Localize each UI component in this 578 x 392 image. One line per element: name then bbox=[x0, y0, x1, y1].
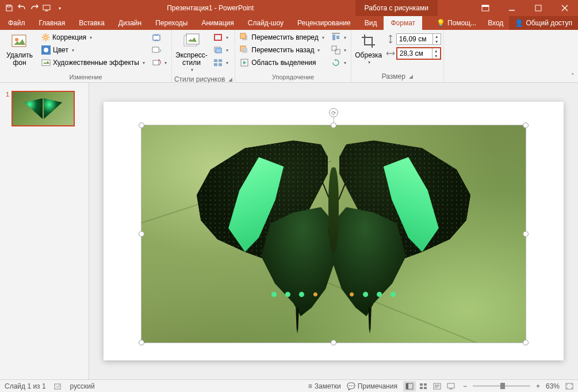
svg-rect-23 bbox=[240, 33, 246, 39]
title-bar: ▾ Презентация1 - PowerPoint Работа с рис… bbox=[0, 0, 578, 16]
resize-handle-tl[interactable] bbox=[139, 122, 144, 128]
spellcheck-button[interactable] bbox=[54, 382, 62, 390]
selection-pane-icon bbox=[240, 58, 249, 67]
selected-picture[interactable]: ⟳ bbox=[141, 125, 526, 343]
slide-counter[interactable]: Слайд 1 из 1 bbox=[5, 382, 46, 390]
tab-view[interactable]: Вид bbox=[358, 16, 384, 30]
width-input[interactable]: 28,3 см ▲▼ bbox=[396, 47, 441, 60]
zoom-in-button[interactable]: + bbox=[536, 382, 540, 390]
svg-rect-19 bbox=[219, 59, 222, 62]
align-icon bbox=[331, 33, 340, 42]
crop-button[interactable]: Обрезка▾ bbox=[354, 31, 384, 67]
slide-canvas[interactable]: ⟳ bbox=[104, 102, 564, 360]
minimize-button[interactable] bbox=[499, 0, 525, 16]
picture-border-button[interactable]: ▾ bbox=[211, 31, 231, 44]
chevron-down-icon: ▾ bbox=[344, 60, 346, 66]
bring-forward-button[interactable]: Переместить вперед▾ bbox=[238, 31, 326, 44]
ribbon-display-button[interactable] bbox=[472, 0, 499, 16]
width-icon bbox=[386, 49, 395, 58]
rotate-icon bbox=[331, 58, 340, 67]
tab-format[interactable]: Формат bbox=[384, 16, 422, 30]
corrections-button[interactable]: 🔆Коррекция▾ bbox=[39, 31, 147, 44]
slide-thumbnail[interactable] bbox=[12, 91, 75, 126]
change-picture-button[interactable] bbox=[150, 44, 169, 56]
reset-picture-button[interactable]: ▾ bbox=[150, 56, 169, 69]
send-backward-button[interactable]: Переместить назад▾ bbox=[238, 44, 326, 56]
resize-handle-br[interactable] bbox=[523, 340, 529, 345]
slideshow-view-button[interactable] bbox=[445, 381, 457, 391]
contextual-tab-title: Работа с рисунками bbox=[355, 0, 438, 16]
dialog-launcher-size[interactable]: ◢ bbox=[409, 74, 413, 79]
redo-button[interactable] bbox=[29, 2, 40, 14]
picture-effects-button[interactable]: ▾ bbox=[211, 44, 231, 56]
tab-insert[interactable]: Вставка bbox=[72, 16, 112, 30]
close-button[interactable] bbox=[552, 0, 578, 16]
resize-handle-ml[interactable] bbox=[139, 231, 144, 237]
zoom-slider[interactable] bbox=[473, 385, 530, 387]
artistic-effects-button[interactable]: Художественные эффекты▾ bbox=[39, 56, 147, 69]
tab-transitions[interactable]: Переходы bbox=[148, 16, 194, 30]
resize-handle-tr[interactable] bbox=[523, 122, 529, 128]
picture-layout-button[interactable]: ▾ bbox=[211, 56, 231, 69]
tab-design[interactable]: Дизайн bbox=[112, 16, 148, 30]
save-button[interactable] bbox=[3, 2, 15, 14]
slide-thumbnail-panel[interactable]: 1 bbox=[0, 83, 89, 379]
rotate-button[interactable]: ▾ bbox=[329, 56, 349, 69]
qat-customize-button[interactable]: ▾ bbox=[54, 2, 66, 14]
dialog-launcher-styles[interactable]: ◢ bbox=[228, 76, 232, 82]
spin-down[interactable]: ▼ bbox=[432, 53, 440, 59]
fit-to-window-button[interactable] bbox=[565, 383, 573, 390]
bulb-icon: 💡 bbox=[437, 19, 445, 27]
group-label-size: Размер bbox=[382, 72, 405, 80]
svg-rect-39 bbox=[447, 383, 454, 388]
spin-up[interactable]: ▲ bbox=[432, 48, 440, 53]
language-button[interactable]: русский bbox=[70, 382, 95, 390]
rotation-handle[interactable]: ⟳ bbox=[329, 108, 338, 117]
compress-pictures-button[interactable] bbox=[150, 31, 169, 44]
normal-view-button[interactable] bbox=[403, 381, 416, 391]
spin-down[interactable]: ▼ bbox=[433, 39, 441, 44]
group-objects-button[interactable]: ▾ bbox=[329, 44, 349, 56]
reading-view-button[interactable] bbox=[431, 381, 443, 391]
svg-rect-15 bbox=[215, 34, 221, 40]
svg-rect-9 bbox=[42, 60, 50, 66]
share-button[interactable]: 👤Общий доступ bbox=[509, 16, 578, 30]
maximize-button[interactable] bbox=[525, 0, 552, 16]
picture-styles-button[interactable]: Экспресс-стили▾ bbox=[174, 31, 209, 74]
thumbnail-1[interactable]: 1 bbox=[6, 91, 83, 126]
remove-background-button[interactable]: Удалить фон bbox=[2, 31, 37, 68]
change-picture-icon bbox=[152, 45, 161, 55]
resize-handle-tm[interactable] bbox=[331, 122, 336, 128]
svg-rect-36 bbox=[420, 387, 423, 389]
svg-rect-20 bbox=[214, 63, 217, 66]
svg-rect-25 bbox=[242, 48, 247, 53]
svg-rect-27 bbox=[332, 34, 335, 40]
height-input[interactable]: 16,09 см ▲▼ bbox=[396, 33, 441, 45]
tab-slideshow[interactable]: Слайд-шоу bbox=[241, 16, 290, 30]
resize-handle-mr[interactable] bbox=[523, 231, 529, 237]
tab-file[interactable]: Файл bbox=[1, 16, 32, 30]
start-slideshow-button[interactable] bbox=[41, 2, 53, 14]
comments-button[interactable]: 💬 Примечания bbox=[347, 382, 397, 390]
align-button[interactable]: ▾ bbox=[329, 31, 349, 44]
tab-animations[interactable]: Анимация bbox=[194, 16, 240, 30]
chevron-down-icon: ▾ bbox=[164, 60, 167, 66]
slide-editor[interactable]: ⟳ bbox=[89, 83, 578, 379]
selection-pane-button[interactable]: Область выделения bbox=[238, 56, 326, 69]
tab-review[interactable]: Рецензирование bbox=[290, 16, 358, 30]
sorter-view-button[interactable] bbox=[417, 381, 430, 391]
color-button[interactable]: Цвет▾ bbox=[39, 44, 147, 56]
notes-button[interactable]: ≡ Заметки bbox=[308, 382, 341, 390]
undo-button[interactable] bbox=[16, 2, 28, 14]
resize-handle-bl[interactable] bbox=[139, 340, 144, 345]
tell-me-button[interactable]: 💡Помощ... bbox=[431, 16, 482, 30]
collapse-ribbon-button[interactable]: ˄ bbox=[571, 72, 575, 80]
resize-handle-bm[interactable] bbox=[331, 340, 336, 345]
zoom-level[interactable]: 63% bbox=[546, 382, 560, 390]
svg-rect-18 bbox=[214, 59, 217, 62]
svg-rect-29 bbox=[332, 46, 336, 51]
spin-up[interactable]: ▲ bbox=[433, 34, 441, 39]
tab-home[interactable]: Главная bbox=[32, 16, 72, 30]
sign-in-button[interactable]: Вход bbox=[482, 16, 509, 30]
zoom-out-button[interactable]: − bbox=[463, 382, 467, 390]
